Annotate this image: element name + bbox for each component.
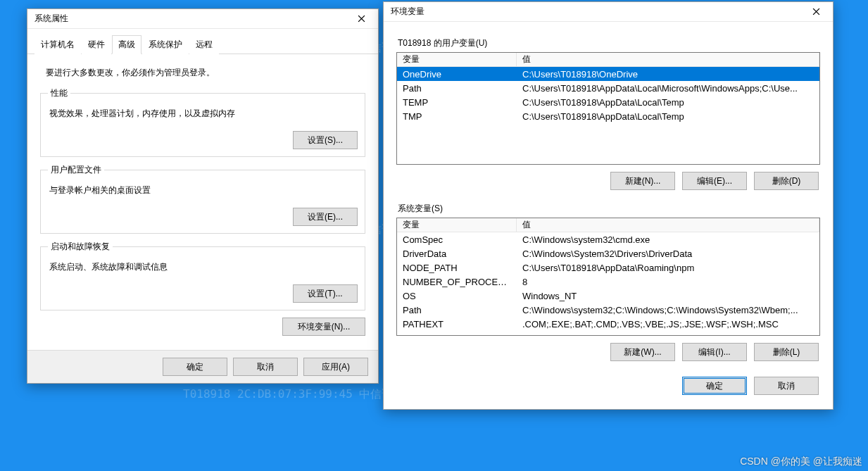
cell-value: C:\Users\T018918\OneDrive	[517, 68, 819, 80]
list-header: 变量 值	[397, 53, 819, 67]
sys-delete-button[interactable]: 删除(L)	[754, 343, 819, 361]
cell-value: C:\Windows\System32\Drivers\DriverData	[517, 248, 819, 260]
cell-value: C:\Users\T018918\AppData\Roaming\npm	[517, 262, 819, 274]
environment-variables-dialog: 环境变量 T018918 的用户变量(U) 变量 值 OneDriveC:\Us…	[383, 1, 834, 410]
cell-value: 8	[517, 276, 819, 288]
window-title: 环境变量	[391, 6, 802, 18]
system-properties-dialog: 系统属性 计算机名 硬件 高级 系统保护 远程 要进行大多数更改，你必须作为管理…	[27, 8, 379, 384]
cell-name: TMP	[397, 111, 517, 123]
user-edit-button[interactable]: 编辑(E)...	[682, 172, 747, 190]
list-row[interactable]: TMPC:\Users\T018918\AppData\Local\Temp	[397, 109, 819, 123]
cell-value: C:\Windows\system32;C:\Windows;C:\Window…	[517, 304, 819, 316]
window-title: 系统属性	[34, 13, 347, 25]
user-vars-label: T018918 的用户变量(U)	[398, 37, 820, 49]
list-header: 变量 值	[397, 218, 819, 232]
col-header-value[interactable]: 值	[517, 218, 819, 232]
sys-vars-list[interactable]: 变量 值 ComSpecC:\Windows\system32\cmd.exeD…	[396, 218, 820, 336]
cell-value: Windows_NT	[517, 290, 819, 302]
group-legend: 性能	[48, 87, 70, 99]
credit-text: CSDN @你的美 @让我痴迷	[740, 456, 862, 468]
close-button[interactable]	[802, 4, 830, 20]
environment-variables-button[interactable]: 环境变量(N)...	[282, 318, 365, 336]
cell-name: OS	[397, 290, 517, 302]
admin-hint: 要进行大多数更改，你必须作为管理员登录。	[37, 61, 368, 83]
list-row[interactable]: PathC:\Users\T018918\AppData\Local\Micro…	[397, 81, 819, 95]
tab-strip: 计算机名 硬件 高级 系统保护 远程	[27, 29, 378, 54]
tab-system-protection[interactable]: 系统保护	[142, 35, 189, 54]
sys-vars-label: 系统变量(S)	[398, 203, 820, 215]
user-vars-list[interactable]: 变量 值 OneDriveC:\Users\T018918\OneDrivePa…	[396, 52, 820, 165]
list-row[interactable]: NODE_PATHC:\Users\T018918\AppData\Roamin…	[397, 260, 819, 275]
tab-hardware[interactable]: 硬件	[82, 35, 111, 54]
sys-edit-button[interactable]: 编辑(I)...	[682, 343, 747, 361]
list-row[interactable]: NUMBER_OF_PROCESSORS8	[397, 275, 819, 289]
ok-button[interactable]: 确定	[682, 377, 747, 395]
cell-name: Path	[397, 304, 517, 316]
col-header-value[interactable]: 值	[517, 53, 819, 66]
group-desc: 视觉效果，处理器计划，内存使用，以及虚拟内存	[49, 108, 358, 120]
cell-name: Path	[397, 82, 517, 94]
tab-body: 要进行大多数更改，你必须作为管理员登录。 性能 视觉效果，处理器计划，内存使用，…	[27, 54, 378, 350]
user-new-button[interactable]: 新建(N)...	[610, 172, 675, 190]
titlebar[interactable]: 环境变量	[384, 2, 833, 22]
cell-name: ComSpec	[397, 234, 517, 246]
group-legend: 启动和故障恢复	[48, 241, 113, 253]
tab-advanced[interactable]: 高级	[112, 35, 141, 54]
ok-button[interactable]: 确定	[163, 358, 227, 376]
sys-new-button[interactable]: 新建(W)...	[610, 343, 675, 361]
group-legend: 用户配置文件	[48, 164, 104, 176]
cell-name: PROCESSOR_ARCHITECTURE	[397, 332, 517, 337]
list-row[interactable]: TEMPC:\Users\T018918\AppData\Local\Temp	[397, 95, 819, 109]
list-row[interactable]: OSWindows_NT	[397, 289, 819, 303]
cell-value: C:\Users\T018918\AppData\Local\Temp	[517, 111, 819, 123]
cell-value: C:\Users\T018918\AppData\Local\Microsoft…	[517, 82, 819, 94]
env-body: T018918 的用户变量(U) 变量 值 OneDriveC:\Users\T…	[384, 22, 833, 409]
cell-name: OneDrive	[397, 68, 517, 80]
cell-name: NODE_PATH	[397, 262, 517, 274]
cancel-button[interactable]: 取消	[754, 377, 819, 395]
titlebar[interactable]: 系统属性	[27, 9, 378, 29]
cell-value: .COM;.EXE;.BAT;.CMD;.VBS;.VBE;.JS;.JSE;.…	[517, 318, 819, 330]
col-header-name[interactable]: 变量	[397, 218, 517, 232]
env-footer: 确定 取消	[398, 377, 819, 395]
list-row[interactable]: ComSpecC:\Windows\system32\cmd.exe	[397, 232, 819, 246]
tab-remote[interactable]: 远程	[189, 35, 219, 54]
list-row[interactable]: PROCESSOR_ARCHITECTUREAMD64	[397, 331, 819, 336]
user-profiles-settings-button[interactable]: 设置(E)...	[293, 208, 358, 226]
cell-name: PATHEXT	[397, 318, 517, 330]
cell-value: C:\Users\T018918\AppData\Local\Temp	[517, 96, 819, 108]
list-row[interactable]: OneDriveC:\Users\T018918\OneDrive	[397, 67, 819, 81]
close-icon	[358, 15, 365, 23]
group-desc: 与登录帐户相关的桌面设置	[49, 184, 358, 196]
group-desc: 系统启动、系统故障和调试信息	[49, 261, 358, 273]
performance-settings-button[interactable]: 设置(S)...	[293, 131, 358, 149]
list-row[interactable]: PATHEXT.COM;.EXE;.BAT;.CMD;.VBS;.VBE;.JS…	[397, 317, 819, 331]
list-row[interactable]: PathC:\Windows\system32;C:\Windows;C:\Wi…	[397, 303, 819, 317]
user-vars-buttons: 新建(N)... 编辑(E)... 删除(D)	[398, 172, 819, 190]
cancel-button[interactable]: 取消	[233, 358, 298, 376]
cell-name: DriverData	[397, 248, 517, 260]
group-performance: 性能 视觉效果，处理器计划，内存使用，以及虚拟内存 设置(S)...	[40, 87, 365, 157]
close-button[interactable]	[347, 11, 375, 27]
sys-vars-buttons: 新建(W)... 编辑(I)... 删除(L)	[398, 343, 819, 361]
col-header-name[interactable]: 变量	[397, 53, 517, 66]
watermark: T018918 2C:DB:07:3F:99:45 中信证券	[183, 387, 404, 402]
group-startup-recovery: 启动和故障恢复 系统启动、系统故障和调试信息 设置(T)...	[40, 241, 365, 310]
dialog-footer: 确定 取消 应用(A)	[27, 350, 378, 383]
startup-recovery-settings-button[interactable]: 设置(T)...	[293, 284, 358, 303]
cell-value: AMD64	[517, 332, 819, 337]
apply-button[interactable]: 应用(A)	[303, 358, 368, 376]
list-row[interactable]: DriverDataC:\Windows\System32\Drivers\Dr…	[397, 246, 819, 260]
cell-value: C:\Windows\system32\cmd.exe	[517, 234, 819, 246]
close-icon	[812, 8, 820, 15]
cell-name: NUMBER_OF_PROCESSORS	[397, 276, 517, 288]
user-delete-button[interactable]: 删除(D)	[754, 172, 819, 190]
tab-computer-name[interactable]: 计算机名	[34, 35, 81, 54]
cell-name: TEMP	[397, 96, 517, 108]
group-user-profiles: 用户配置文件 与登录帐户相关的桌面设置 设置(E)...	[40, 164, 365, 234]
